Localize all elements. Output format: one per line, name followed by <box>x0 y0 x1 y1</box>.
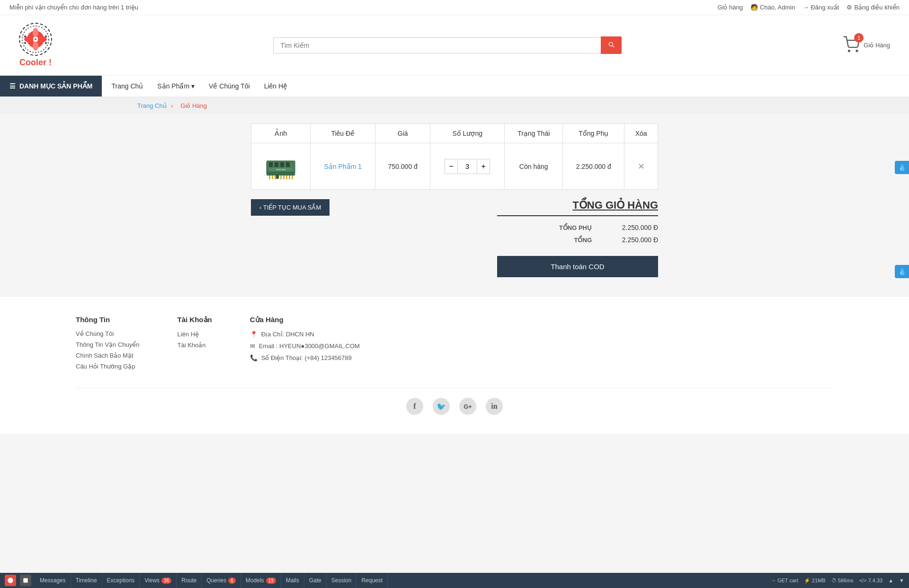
svg-rect-27 <box>286 176 287 179</box>
svg-rect-17 <box>269 162 273 167</box>
product-image: DDR4 8GB <box>264 149 297 182</box>
greeting: 🧑 Chào, Admin <box>750 4 795 11</box>
svg-rect-20 <box>286 162 290 167</box>
footer: Thông Tin Về Chúng Tôi Thông Tin Vận Chu… <box>0 296 909 434</box>
logo-text: Cooler ! <box>19 58 52 68</box>
social-facebook[interactable]: f <box>406 398 423 415</box>
footer-link-contact[interactable]: Liên Hệ <box>178 331 212 338</box>
cart-summary: TỔNG GIỎ HÀNG TỔNG PHỤ 2.250.000 Đ TỔNG … <box>497 199 658 277</box>
footer-link-account[interactable]: Tài Khoản <box>178 342 212 349</box>
breadcrumb-current: Giỏ Hàng <box>180 102 207 109</box>
svg-point-10 <box>45 35 47 37</box>
category-label: DANH MỤC SẢN PHẨM <box>19 82 92 90</box>
total-label: TỔNG <box>574 237 592 244</box>
footer-link-about[interactable]: Về Chúng Tôi <box>76 330 140 337</box>
svg-point-3 <box>33 28 38 37</box>
social-googleplus[interactable]: G+ <box>459 398 476 415</box>
social-twitter[interactable]: 🐦 <box>433 398 450 415</box>
footer-col-info: Thông Tin Về Chúng Tôi Thông Tin Vận Chu… <box>76 316 140 374</box>
footer-social: f 🐦 G+ in <box>76 388 833 424</box>
checkout-button[interactable]: Thanh toán COD <box>497 256 658 277</box>
breadcrumb: Trang Chủ › Giỏ Hàng <box>0 97 909 114</box>
svg-point-5 <box>33 41 38 51</box>
svg-point-8 <box>35 38 36 40</box>
qty-increase-button[interactable]: + <box>477 159 490 174</box>
floating-widget-bottom[interactable]: 💧 <box>895 265 909 278</box>
svg-rect-18 <box>275 162 278 167</box>
summary-title: TỔNG GIỎ HÀNG <box>497 199 658 216</box>
footer-col-store: Cửa Hàng 📍 Địa Chỉ: DHCN HN ✉ Email : HY… <box>250 316 360 374</box>
logo-image <box>19 23 52 56</box>
footer-link-shipping[interactable]: Thông Tin Vận Chuyển <box>76 341 140 348</box>
footer-col1-title: Thông Tin <box>76 316 140 324</box>
svg-rect-26 <box>283 176 285 179</box>
continue-shopping-button[interactable]: ‹ TIẾP TỤC MUA SẮM <box>251 199 330 216</box>
logo[interactable]: Cooler ! <box>19 23 52 68</box>
col-delete: Xóa <box>624 124 658 143</box>
subtotal-label: TỔNG PHỤ <box>559 224 592 231</box>
search-button[interactable] <box>601 36 622 54</box>
svg-point-14 <box>856 50 858 52</box>
cart-area[interactable]: 1 Giỏ Hàng <box>843 36 890 54</box>
svg-point-4 <box>37 36 47 42</box>
footer-link-privacy[interactable]: Chính Sách Bảo Mật <box>76 352 140 359</box>
product-qty-cell: − + <box>430 143 505 190</box>
svg-rect-19 <box>280 162 284 167</box>
subtotal-value: 2.250.000 Đ <box>611 224 658 231</box>
delete-item-button[interactable]: ✕ <box>638 161 645 172</box>
floating-widget-top[interactable]: 💧 <box>895 161 909 174</box>
nav-about[interactable]: Về Chúng Tôi <box>209 76 250 97</box>
footer-columns: Thông Tin Về Chúng Tôi Thông Tin Vận Chu… <box>76 316 833 374</box>
svg-rect-22 <box>269 176 270 179</box>
product-link[interactable]: Sản Phẩm 1 <box>324 163 362 170</box>
svg-point-11 <box>24 42 26 44</box>
col-image: Ảnh <box>251 124 311 143</box>
svg-rect-25 <box>280 176 282 179</box>
nav-home[interactable]: Trang Chủ <box>111 76 143 97</box>
product-subtotal-cell: 2.250.000 đ <box>563 143 624 190</box>
svg-text:DDR4 8GB: DDR4 8GB <box>276 168 285 171</box>
svg-rect-21 <box>276 174 279 179</box>
qty-decrease-button[interactable]: − <box>445 159 458 174</box>
col-status: Trạng Thái <box>505 124 563 143</box>
category-menu-button[interactable]: ☰ DANH MỤC SẢN PHẨM <box>0 76 102 97</box>
product-name-cell: Sản Phẩm 1 <box>311 143 375 190</box>
svg-rect-23 <box>272 176 273 179</box>
dropdown-icon: ▾ <box>191 82 195 90</box>
bottom-actions: ‹ TIẾP TỤC MUA SẮM TỔNG GIỎ HÀNG TỔNG PH… <box>251 199 658 277</box>
product-delete-cell: ✕ <box>624 143 658 190</box>
footer-col-account: Tài Khoản Liên Hệ Tài Khoản <box>178 316 212 374</box>
phone-icon: 📞 <box>250 354 258 361</box>
summary-subtotal-row: TỔNG PHỤ 2.250.000 Đ <box>497 224 658 231</box>
footer-contact: 📍 Địa Chỉ: DHCN HN ✉ Email : HYEUN●3000@… <box>250 331 360 361</box>
breadcrumb-separator: › <box>171 102 175 109</box>
svg-point-13 <box>848 50 850 52</box>
logout-link[interactable]: → Đăng xuất <box>802 4 839 11</box>
cart-badge: 1 <box>854 33 864 43</box>
col-qty: Số Lượng <box>430 124 505 143</box>
footer-col2-title: Tài Khoản <box>178 316 212 324</box>
product-status-cell: Còn hàng <box>505 143 563 190</box>
qty-input[interactable] <box>458 159 477 174</box>
search-input[interactable] <box>273 37 601 53</box>
hamburger-icon: ☰ <box>9 82 16 90</box>
table-row: DDR4 8GB Sản Phẩm 1 750.000 đ − + Còn hà… <box>251 143 658 190</box>
col-subtotal: Tổng Phụ <box>563 124 624 143</box>
nav-contact[interactable]: Liên Hệ <box>264 76 287 97</box>
top-bar: Miễn phí vận chuyển cho đơn hàng trên 1 … <box>0 0 909 15</box>
nav-links: Trang Chủ Sản Phẩm ▾ Về Chúng Tôi Liên H… <box>102 76 297 97</box>
summary-total-row: TỔNG 2.250.000 Đ <box>497 236 658 244</box>
footer-link-faq[interactable]: Câu Hỏi Thường Gặp <box>76 363 140 370</box>
nav-products[interactable]: Sản Phẩm ▾ <box>157 76 195 97</box>
cart-link[interactable]: Giỏ hàng <box>717 4 743 11</box>
svg-point-6 <box>24 36 34 42</box>
location-icon: 📍 <box>250 331 258 338</box>
search-bar <box>273 36 622 54</box>
qty-control: − + <box>438 159 497 174</box>
dashboard-link[interactable]: ⚙ Bảng điều khiển <box>847 4 900 11</box>
cart-table: Ảnh Tiêu Đề Giá Số Lượng Trạng Thái Tổng… <box>251 123 658 190</box>
social-linkedin[interactable]: in <box>486 398 503 415</box>
breadcrumb-home[interactable]: Trang Chủ <box>137 102 167 109</box>
col-title: Tiêu Đề <box>311 124 375 143</box>
col-price: Giá <box>375 124 430 143</box>
